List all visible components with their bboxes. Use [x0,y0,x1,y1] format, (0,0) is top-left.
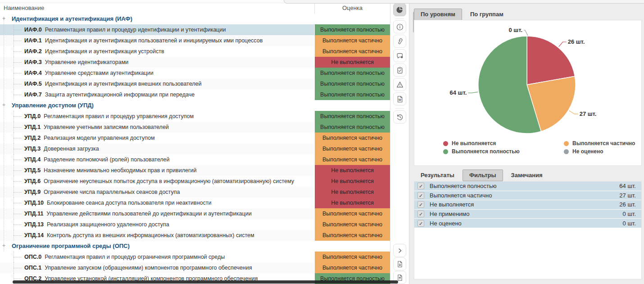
detail-tab-1[interactable]: Фильтры [463,169,503,181]
measure-code: УПД.14 [24,232,44,238]
measures-table: Наименование Оценка +Идентификация и аут… [0,0,390,284]
pie-callout-line [524,30,528,36]
measure-row-УПД.14[interactable]: УПД.14Контроль доступа из внешних информ… [0,230,390,241]
chart-legend: Не выполняетсяВыполняется частичноВыполн… [443,140,635,155]
detail-tab-0[interactable]: Результаты [414,169,461,181]
warnings-button[interactable] [393,78,406,91]
filter-row-4[interactable]: ✓Не оценено0 шт. [414,219,641,228]
pie-callout-line [569,111,578,114]
export-document-button[interactable] [393,257,406,270]
info-button[interactable] [393,20,406,33]
measure-text: Идентификация и аутентификация внешних п… [45,81,202,87]
filter-row-2[interactable]: ✓Не выполняется26 шт. [414,200,641,210]
filter-checkbox[interactable]: ✓ [417,183,424,189]
filter-row-3[interactable]: ✓Не применимо0 шт. [414,210,641,219]
measure-code: ОПС.1 [24,265,41,271]
status-badge: Выполняется полностью [314,78,390,89]
measure-row-УПД.5[interactable]: УПД.5Назначение минимально необходимых п… [0,165,390,176]
measure-code: ИАФ.2 [24,48,42,55]
measure-name: ИАФ.0Регламентация правил и процедур иде… [0,24,314,35]
status-pie-chart[interactable]: 26 шт.27 шт.64 шт.0 шт. [414,20,642,138]
measure-row-УПД.1[interactable]: УПД.1Управление учетными записями пользо… [0,122,390,133]
history-icon [396,113,404,121]
measure-code: УПД.3 [24,146,41,152]
measure-name: УПД.0Регламентация правил и процедур упр… [0,111,314,122]
measure-row-ОПС.0[interactable]: ОПС.0Регламентация правил и процедур огр… [0,252,390,262]
view-tab-1[interactable]: По группам [463,9,510,20]
toolbar-separator [395,18,404,19]
group-row-0[interactable]: +Идентификация и аутентификация (ИАФ) [0,14,390,24]
paperclip-icon [396,37,404,46]
expander-icon[interactable]: + [1,103,6,108]
filter-count: 0 шт. [623,211,641,217]
measure-row-УПД.4[interactable]: УПД.4Разделение полномочий (ролей) польз… [0,154,390,165]
detail-tabs: РезультатыФильтрыЗамечания [414,169,549,181]
group-row-1[interactable]: +Управление доступом (УПД) [0,100,390,111]
expander-icon[interactable]: + [1,16,6,21]
legend-dot [564,141,569,146]
filters-card: ✓Выполняется полностью64 шт.✓Выполняется… [414,181,642,279]
document-download-icon [396,260,404,268]
comment-icon [396,52,404,60]
measure-code: ОПС.0 [24,254,41,260]
toolbar-separator [395,108,404,109]
measure-text: Управление учетными записями пользовател… [44,124,169,130]
filter-checkbox[interactable]: ✓ [417,220,424,227]
measure-text: Контроль доступа из внешних информационн… [47,232,254,238]
expander-icon[interactable]: + [1,243,6,248]
measure-code: ИАФ.5 [24,81,42,87]
measure-row-ИАФ.4[interactable]: ИАФ.4Управление средствами аутентификаци… [0,68,390,78]
measure-row-ИАФ.2[interactable]: ИАФ.2Идентификация и аутентификация устр… [0,46,390,57]
measure-name: УПД.1Управление учетными записями пользо… [0,122,314,133]
measure-row-УПД.11[interactable]: УПД.11Управление действиями пользователе… [0,208,390,219]
detail-tab-2[interactable]: Замечания [504,169,549,181]
measure-row-УПД.2[interactable]: УПД.2Реализация модели управления доступ… [0,133,390,143]
measure-row-ИАФ.1[interactable]: ИАФ.1Идентификация и аутентификация поль… [0,35,390,46]
measure-name: УПД.6Ограничение неуспешных попыток дост… [0,176,314,187]
group-label: Ограничение программной среды (ОПС) [0,241,130,252]
measure-row-ИАФ.5[interactable]: ИАФ.5Идентификация и аутентификация внеш… [0,78,390,89]
measure-row-УПД.3[interactable]: УПД.3Доверенная загрузкаВыполняется част… [0,143,390,154]
measure-name: УПД.13Реализация защищенного удаленного … [0,219,314,230]
pie-callout-label: 26 шт. [568,38,585,45]
filter-checkbox[interactable]: ✓ [417,211,424,217]
view-tab-0[interactable]: По уровням [414,9,462,20]
filter-row-1[interactable]: ✓Выполняется частично27 шт. [414,191,641,201]
measure-row-ИАФ.3[interactable]: ИАФ.3Управление идентификаторамиНе выпол… [0,57,390,68]
chart-card: 26 шт.27 шт.64 шт.0 шт. Не выполняетсяВы… [414,20,642,166]
measure-row-ИАФ.0[interactable]: ИАФ.0Регламентация правил и процедур иде… [0,24,390,35]
measure-row-УПД.9[interactable]: УПД.9Ограничение числа параллельных сеан… [0,187,390,197]
measure-name: ОПС.0Регламентация правил и процедур огр… [0,252,314,262]
legend-label: Выполняется частично [572,140,635,147]
measure-text: Идентификация и аутентификация устройств [45,48,164,55]
history-button[interactable] [393,110,406,124]
measure-row-ОПС.1[interactable]: ОПС.1Управление запуском (обращениями) к… [0,262,390,273]
pie-callout-label: 27 шт. [580,110,597,117]
measure-row-УПД.10[interactable]: УПД.10Блокирование сеанса доступа пользо… [0,197,390,208]
horizontal-scrollbar[interactable] [13,280,398,284]
collapse-panel-button[interactable] [393,244,406,257]
measure-row-ИАФ.7[interactable]: ИАФ.7Защита аутентификационной информаци… [0,89,390,100]
comments-button[interactable] [393,49,406,62]
measure-row-УПД.0[interactable]: УПД.0Регламентация правил и процедур упр… [0,111,390,122]
filter-checkbox[interactable]: ✓ [417,192,424,199]
filter-row-0[interactable]: ✓Выполняется полностью64 шт. [414,182,641,191]
pie-chart-button[interactable] [393,3,406,16]
measure-text: Ограничение неуспешных попыток доступа в… [44,178,294,184]
measure-name: ИАФ.4Управление средствами аутентификаци… [0,68,314,78]
group-row-2[interactable]: +Ограничение программной среды (ОПС) [0,241,390,252]
measure-row-УПД.13[interactable]: УПД.13Реализация защищенного удаленного … [0,219,390,230]
measure-text: Регламентация правил и процедур идентифи… [45,27,226,33]
measure-code: УПД.0 [24,113,41,119]
status-badge: Выполняется частично [314,154,390,165]
status-badge: Выполняется частично [314,252,390,262]
filter-checkbox[interactable]: ✓ [417,201,424,208]
measure-text: Защита аутентификационной информации при… [45,92,195,98]
group-label: Управление доступом (УПД) [0,100,94,111]
word-report-button[interactable]: W [393,92,406,105]
checklist-button[interactable] [393,64,406,77]
attachment-button[interactable] [393,35,406,48]
measure-code: УПД.13 [24,221,44,228]
measure-row-УПД.6[interactable]: УПД.6Ограничение неуспешных попыток дост… [0,176,390,187]
measure-text: Регламентация правил и процедур ограниче… [45,254,225,260]
